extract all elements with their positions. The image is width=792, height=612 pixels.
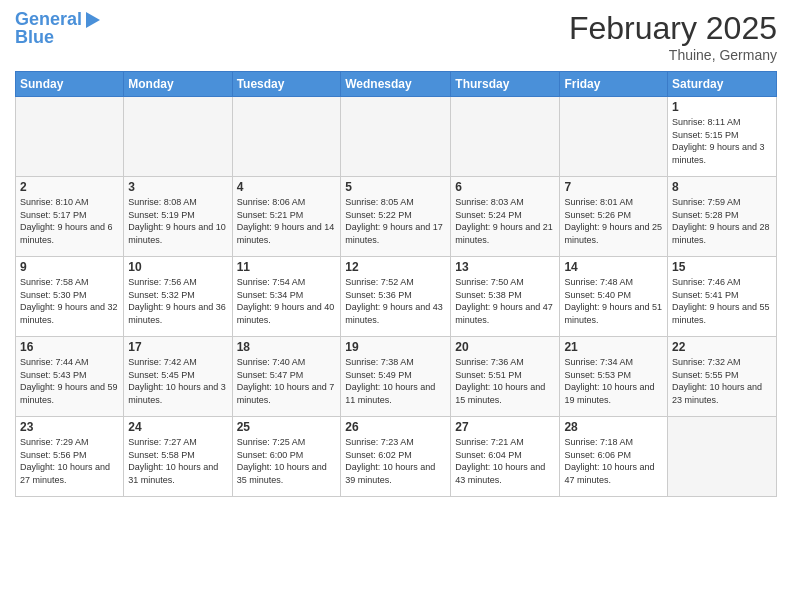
calendar-cell bbox=[451, 97, 560, 177]
weekday-header-sunday: Sunday bbox=[16, 72, 124, 97]
day-number: 22 bbox=[672, 340, 772, 354]
day-number: 5 bbox=[345, 180, 446, 194]
day-info: Sunrise: 7:52 AM Sunset: 5:36 PM Dayligh… bbox=[345, 276, 446, 326]
calendar-cell bbox=[16, 97, 124, 177]
day-info: Sunrise: 8:10 AM Sunset: 5:17 PM Dayligh… bbox=[20, 196, 119, 246]
calendar-cell: 16Sunrise: 7:44 AM Sunset: 5:43 PM Dayli… bbox=[16, 337, 124, 417]
week-row-3: 16Sunrise: 7:44 AM Sunset: 5:43 PM Dayli… bbox=[16, 337, 777, 417]
day-info: Sunrise: 8:06 AM Sunset: 5:21 PM Dayligh… bbox=[237, 196, 337, 246]
day-number: 12 bbox=[345, 260, 446, 274]
header: General Blue February 2025 Thuine, Germa… bbox=[15, 10, 777, 63]
calendar-cell: 18Sunrise: 7:40 AM Sunset: 5:47 PM Dayli… bbox=[232, 337, 341, 417]
day-number: 6 bbox=[455, 180, 555, 194]
day-info: Sunrise: 7:56 AM Sunset: 5:32 PM Dayligh… bbox=[128, 276, 227, 326]
day-info: Sunrise: 7:46 AM Sunset: 5:41 PM Dayligh… bbox=[672, 276, 772, 326]
week-row-4: 23Sunrise: 7:29 AM Sunset: 5:56 PM Dayli… bbox=[16, 417, 777, 497]
calendar-cell: 13Sunrise: 7:50 AM Sunset: 5:38 PM Dayli… bbox=[451, 257, 560, 337]
main-container: General Blue February 2025 Thuine, Germa… bbox=[0, 0, 792, 507]
calendar-cell: 2Sunrise: 8:10 AM Sunset: 5:17 PM Daylig… bbox=[16, 177, 124, 257]
day-number: 11 bbox=[237, 260, 337, 274]
day-number: 27 bbox=[455, 420, 555, 434]
calendar-cell: 4Sunrise: 8:06 AM Sunset: 5:21 PM Daylig… bbox=[232, 177, 341, 257]
calendar-cell bbox=[124, 97, 232, 177]
calendar-cell bbox=[668, 417, 777, 497]
calendar-cell: 3Sunrise: 8:08 AM Sunset: 5:19 PM Daylig… bbox=[124, 177, 232, 257]
calendar-cell: 7Sunrise: 8:01 AM Sunset: 5:26 PM Daylig… bbox=[560, 177, 668, 257]
calendar-cell: 24Sunrise: 7:27 AM Sunset: 5:58 PM Dayli… bbox=[124, 417, 232, 497]
day-number: 20 bbox=[455, 340, 555, 354]
location: Thuine, Germany bbox=[569, 47, 777, 63]
day-info: Sunrise: 8:01 AM Sunset: 5:26 PM Dayligh… bbox=[564, 196, 663, 246]
day-number: 14 bbox=[564, 260, 663, 274]
day-info: Sunrise: 7:36 AM Sunset: 5:51 PM Dayligh… bbox=[455, 356, 555, 406]
day-number: 17 bbox=[128, 340, 227, 354]
calendar-cell: 14Sunrise: 7:48 AM Sunset: 5:40 PM Dayli… bbox=[560, 257, 668, 337]
calendar-cell: 8Sunrise: 7:59 AM Sunset: 5:28 PM Daylig… bbox=[668, 177, 777, 257]
day-info: Sunrise: 7:48 AM Sunset: 5:40 PM Dayligh… bbox=[564, 276, 663, 326]
day-info: Sunrise: 7:58 AM Sunset: 5:30 PM Dayligh… bbox=[20, 276, 119, 326]
calendar-cell: 1Sunrise: 8:11 AM Sunset: 5:15 PM Daylig… bbox=[668, 97, 777, 177]
day-info: Sunrise: 7:34 AM Sunset: 5:53 PM Dayligh… bbox=[564, 356, 663, 406]
day-number: 16 bbox=[20, 340, 119, 354]
day-number: 4 bbox=[237, 180, 337, 194]
day-info: Sunrise: 7:38 AM Sunset: 5:49 PM Dayligh… bbox=[345, 356, 446, 406]
day-number: 15 bbox=[672, 260, 772, 274]
logo-blue-text: Blue bbox=[15, 28, 54, 48]
day-number: 10 bbox=[128, 260, 227, 274]
calendar-cell: 28Sunrise: 7:18 AM Sunset: 6:06 PM Dayli… bbox=[560, 417, 668, 497]
day-number: 2 bbox=[20, 180, 119, 194]
day-number: 3 bbox=[128, 180, 227, 194]
logo: General Blue bbox=[15, 10, 100, 48]
calendar-cell: 11Sunrise: 7:54 AM Sunset: 5:34 PM Dayli… bbox=[232, 257, 341, 337]
day-number: 21 bbox=[564, 340, 663, 354]
month-title: February 2025 bbox=[569, 10, 777, 47]
calendar-cell: 22Sunrise: 7:32 AM Sunset: 5:55 PM Dayli… bbox=[668, 337, 777, 417]
week-row-1: 2Sunrise: 8:10 AM Sunset: 5:17 PM Daylig… bbox=[16, 177, 777, 257]
logo-arrow-icon bbox=[86, 12, 100, 28]
day-number: 25 bbox=[237, 420, 337, 434]
day-info: Sunrise: 7:59 AM Sunset: 5:28 PM Dayligh… bbox=[672, 196, 772, 246]
weekday-header-row: SundayMondayTuesdayWednesdayThursdayFrid… bbox=[16, 72, 777, 97]
calendar-cell: 12Sunrise: 7:52 AM Sunset: 5:36 PM Dayli… bbox=[341, 257, 451, 337]
day-info: Sunrise: 7:25 AM Sunset: 6:00 PM Dayligh… bbox=[237, 436, 337, 486]
day-number: 8 bbox=[672, 180, 772, 194]
day-info: Sunrise: 7:40 AM Sunset: 5:47 PM Dayligh… bbox=[237, 356, 337, 406]
title-section: February 2025 Thuine, Germany bbox=[569, 10, 777, 63]
calendar-cell bbox=[232, 97, 341, 177]
weekday-header-tuesday: Tuesday bbox=[232, 72, 341, 97]
calendar-cell: 23Sunrise: 7:29 AM Sunset: 5:56 PM Dayli… bbox=[16, 417, 124, 497]
calendar-cell: 9Sunrise: 7:58 AM Sunset: 5:30 PM Daylig… bbox=[16, 257, 124, 337]
day-info: Sunrise: 8:11 AM Sunset: 5:15 PM Dayligh… bbox=[672, 116, 772, 166]
calendar-cell: 17Sunrise: 7:42 AM Sunset: 5:45 PM Dayli… bbox=[124, 337, 232, 417]
weekday-header-thursday: Thursday bbox=[451, 72, 560, 97]
day-number: 26 bbox=[345, 420, 446, 434]
day-number: 24 bbox=[128, 420, 227, 434]
day-number: 7 bbox=[564, 180, 663, 194]
day-info: Sunrise: 7:27 AM Sunset: 5:58 PM Dayligh… bbox=[128, 436, 227, 486]
day-info: Sunrise: 7:50 AM Sunset: 5:38 PM Dayligh… bbox=[455, 276, 555, 326]
day-info: Sunrise: 7:44 AM Sunset: 5:43 PM Dayligh… bbox=[20, 356, 119, 406]
day-number: 9 bbox=[20, 260, 119, 274]
day-info: Sunrise: 8:05 AM Sunset: 5:22 PM Dayligh… bbox=[345, 196, 446, 246]
calendar-cell: 20Sunrise: 7:36 AM Sunset: 5:51 PM Dayli… bbox=[451, 337, 560, 417]
day-info: Sunrise: 7:42 AM Sunset: 5:45 PM Dayligh… bbox=[128, 356, 227, 406]
day-info: Sunrise: 7:32 AM Sunset: 5:55 PM Dayligh… bbox=[672, 356, 772, 406]
calendar-cell: 19Sunrise: 7:38 AM Sunset: 5:49 PM Dayli… bbox=[341, 337, 451, 417]
day-number: 1 bbox=[672, 100, 772, 114]
calendar-cell: 21Sunrise: 7:34 AM Sunset: 5:53 PM Dayli… bbox=[560, 337, 668, 417]
day-number: 19 bbox=[345, 340, 446, 354]
calendar-cell: 27Sunrise: 7:21 AM Sunset: 6:04 PM Dayli… bbox=[451, 417, 560, 497]
day-info: Sunrise: 8:08 AM Sunset: 5:19 PM Dayligh… bbox=[128, 196, 227, 246]
calendar-cell: 15Sunrise: 7:46 AM Sunset: 5:41 PM Dayli… bbox=[668, 257, 777, 337]
day-number: 28 bbox=[564, 420, 663, 434]
day-info: Sunrise: 7:54 AM Sunset: 5:34 PM Dayligh… bbox=[237, 276, 337, 326]
day-number: 23 bbox=[20, 420, 119, 434]
week-row-2: 9Sunrise: 7:58 AM Sunset: 5:30 PM Daylig… bbox=[16, 257, 777, 337]
calendar-cell: 6Sunrise: 8:03 AM Sunset: 5:24 PM Daylig… bbox=[451, 177, 560, 257]
day-info: Sunrise: 7:29 AM Sunset: 5:56 PM Dayligh… bbox=[20, 436, 119, 486]
day-number: 13 bbox=[455, 260, 555, 274]
day-info: Sunrise: 7:18 AM Sunset: 6:06 PM Dayligh… bbox=[564, 436, 663, 486]
day-info: Sunrise: 8:03 AM Sunset: 5:24 PM Dayligh… bbox=[455, 196, 555, 246]
calendar-cell: 5Sunrise: 8:05 AM Sunset: 5:22 PM Daylig… bbox=[341, 177, 451, 257]
weekday-header-wednesday: Wednesday bbox=[341, 72, 451, 97]
